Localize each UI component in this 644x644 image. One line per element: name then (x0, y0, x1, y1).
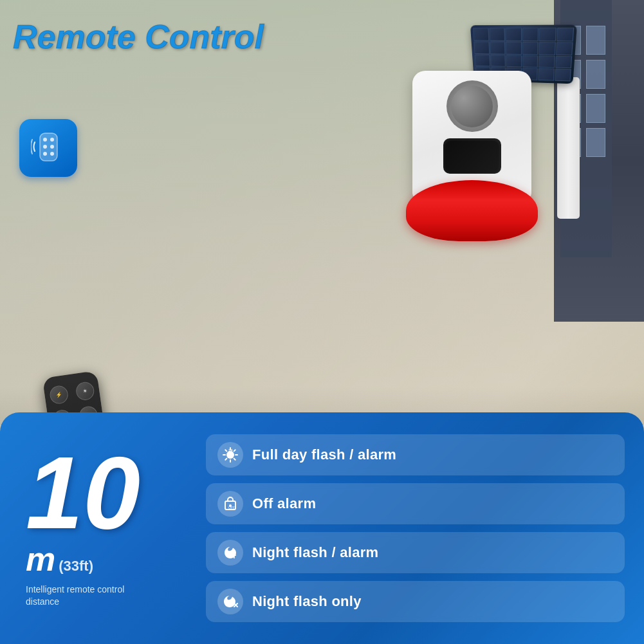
window-pane (586, 94, 605, 123)
full-day-label: Full day flash / alarm (252, 446, 396, 463)
feature-night-flash-only: Night flash only (206, 581, 625, 622)
feature-night-flash-alarm: Night flash / alarm (206, 532, 625, 573)
svg-line-12 (225, 450, 226, 451)
distance-label: Intelligent remote control distance (26, 584, 154, 607)
night-flash-only-icon (217, 589, 243, 614)
off-alarm-icon: OFF (217, 491, 243, 517)
distance-m: m (26, 540, 55, 578)
svg-line-13 (234, 459, 235, 460)
svg-text:24: 24 (228, 448, 233, 452)
svg-line-14 (225, 459, 226, 460)
info-panel: 10 m (33ft) Intelligent remote control d… (0, 412, 644, 644)
distance-number: 10 (26, 449, 140, 537)
speaker-dots (451, 86, 493, 127)
svg-point-2 (50, 138, 54, 142)
night-flash-only-label: Night flash only (252, 593, 362, 610)
camera-lens (443, 138, 501, 174)
window-pane (586, 26, 605, 55)
speaker-grille (446, 80, 498, 132)
feature-full-day: 24 Full day flash / alarm (206, 434, 625, 475)
remote-control-icon (31, 129, 66, 167)
distance-ft: (33ft) (59, 558, 93, 575)
svg-point-1 (43, 138, 47, 142)
page-title: Remote Control (13, 19, 264, 55)
svg-point-5 (43, 152, 47, 156)
svg-point-3 (43, 145, 47, 149)
window-pane (586, 128, 605, 157)
window-pane (586, 60, 605, 89)
svg-point-6 (50, 152, 54, 156)
svg-point-4 (50, 145, 54, 149)
siren-dome (406, 180, 538, 241)
off-alarm-label: Off alarm (252, 495, 316, 512)
full-day-flash-icon: 24 (217, 442, 243, 468)
svg-text:OFF: OFF (228, 506, 235, 510)
night-flash-alarm-icon (217, 540, 243, 566)
svg-rect-0 (40, 133, 57, 161)
distance-section: 10 m (33ft) Intelligent remote control d… (19, 432, 187, 625)
feature-off-alarm: OFF Off alarm (206, 483, 625, 524)
distance-unit: m (33ft) (26, 540, 93, 578)
wall-mount (557, 77, 580, 219)
remote-icon-box (19, 119, 77, 177)
svg-line-15 (234, 450, 235, 451)
alarm-device (412, 26, 560, 251)
night-flash-alarm-label: Night flash / alarm (252, 544, 378, 561)
features-list: 24 Full day flash / alarm OFF Off alarm (199, 432, 625, 625)
